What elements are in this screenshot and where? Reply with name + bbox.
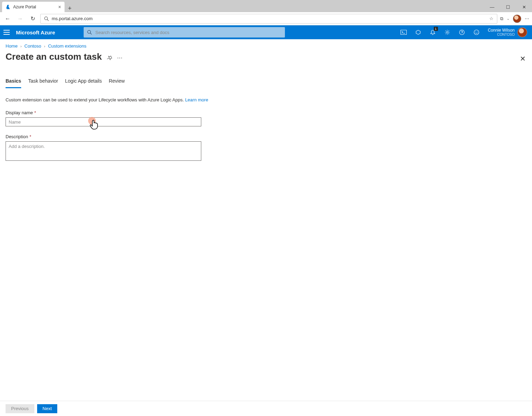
breadcrumb-home[interactable]: Home	[6, 43, 18, 49]
description-label: Description	[6, 134, 28, 139]
forward-button: →	[15, 16, 25, 22]
tab-logic-app-details[interactable]: Logic App details	[65, 76, 102, 88]
svg-point-14	[474, 30, 479, 35]
tab-list: Basics Task behavior Logic App details R…	[6, 76, 526, 88]
display-name-input[interactable]	[6, 117, 201, 126]
footer-bar: Previous Next	[0, 401, 532, 416]
search-icon	[44, 16, 49, 21]
svg-line-8	[90, 33, 92, 34]
favorite-icon[interactable]: ☆	[489, 16, 493, 21]
intro-text: Custom extension can be used to extend y…	[6, 97, 185, 102]
address-bar[interactable]: ms.portal.azure.com ☆	[40, 14, 497, 24]
user-avatar	[517, 27, 527, 37]
browser-tab[interactable]: Azure Portal ×	[2, 2, 65, 12]
chevron-right-icon: ›	[20, 44, 22, 48]
learn-more-link[interactable]: Learn more	[185, 97, 208, 102]
azure-top-bar: Microsoft Azure 1 Connie Wilson CONT	[0, 25, 532, 39]
window-controls: — ☐ ✕	[484, 2, 532, 12]
url-text: ms.portal.azure.com	[52, 16, 487, 21]
breadcrumb: Home › Contoso › Custom extensions	[6, 43, 526, 49]
global-search-input[interactable]	[95, 30, 281, 35]
browser-menu-icon[interactable]: ⋯	[525, 16, 529, 21]
tab-review[interactable]: Review	[109, 76, 125, 88]
svg-point-11	[446, 32, 448, 33]
user-org: CONTOSO	[488, 33, 515, 36]
breadcrumb-custom-extensions[interactable]: Custom extensions	[48, 43, 86, 49]
next-button[interactable]: Next	[37, 404, 58, 413]
svg-point-16	[477, 32, 477, 32]
intro-text-row: Custom extension can be used to extend y…	[6, 97, 526, 102]
close-blade-button[interactable]: ✕	[520, 55, 526, 63]
help-icon[interactable]	[455, 25, 469, 39]
search-icon	[87, 30, 92, 35]
hamburger-menu-icon[interactable]	[3, 30, 12, 35]
minimize-button[interactable]: —	[484, 2, 500, 12]
tab-basics[interactable]: Basics	[6, 76, 21, 88]
display-name-label: Display name	[6, 110, 33, 115]
svg-point-13	[462, 33, 462, 34]
tab-task-behavior[interactable]: Task behavior	[28, 76, 58, 88]
svg-line-3	[47, 19, 49, 20]
maximize-button[interactable]: ☐	[500, 2, 516, 12]
breadcrumb-contoso[interactable]: Contoso	[24, 43, 41, 49]
chevron-right-icon: ›	[44, 44, 45, 48]
account-menu[interactable]: Connie Wilson CONTOSO	[488, 27, 529, 37]
display-name-field: Display name *	[6, 110, 201, 126]
page-title: Create an custom task	[6, 51, 102, 62]
browser-tab-title: Azure Portal	[13, 5, 56, 9]
collections-icon[interactable]: ⧉	[500, 16, 503, 22]
required-marker: *	[29, 134, 31, 139]
browser-chrome: Azure Portal × + — ☐ ✕ ← → ↻ ms.portal.a…	[0, 0, 532, 25]
blade-content: Home › Contoso › Custom extensions Creat…	[0, 39, 532, 401]
required-marker: *	[34, 110, 36, 115]
tab-strip: Azure Portal × + — ☐ ✕	[0, 0, 532, 12]
chevron-down-icon[interactable]: ⌄	[507, 17, 509, 20]
cloud-shell-icon[interactable]	[396, 25, 411, 39]
azure-brand[interactable]: Microsoft Azure	[16, 30, 55, 35]
close-window-button[interactable]: ✕	[516, 2, 532, 12]
browser-profile-avatar[interactable]	[513, 15, 521, 23]
pin-icon[interactable]	[107, 55, 112, 61]
svg-point-15	[475, 32, 475, 32]
notification-badge: 1	[434, 27, 438, 31]
refresh-button[interactable]: ↻	[28, 15, 37, 22]
settings-gear-icon[interactable]	[440, 25, 455, 39]
new-tab-button[interactable]: +	[65, 5, 75, 12]
description-field: Description *	[6, 134, 201, 162]
feedback-icon[interactable]	[469, 25, 484, 39]
back-button[interactable]: ←	[3, 16, 12, 22]
description-input[interactable]	[6, 141, 201, 161]
global-search[interactable]	[84, 27, 285, 38]
user-name: Connie Wilson	[488, 28, 515, 33]
directories-icon[interactable]	[411, 25, 425, 39]
previous-button: Previous	[6, 404, 34, 413]
notifications-icon[interactable]: 1	[425, 25, 440, 39]
azure-favicon	[6, 5, 10, 9]
svg-rect-9	[400, 30, 406, 35]
address-bar-row: ← → ↻ ms.portal.azure.com ☆ ⧉ ⌄ ⋯	[0, 12, 532, 25]
more-icon[interactable]: ⋯	[117, 55, 123, 61]
close-tab-icon[interactable]: ×	[58, 4, 61, 10]
